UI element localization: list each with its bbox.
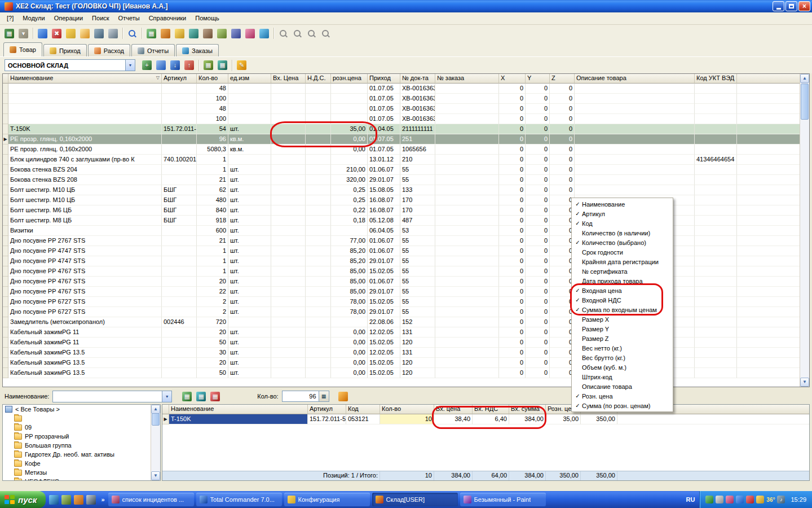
edit-record-button[interactable]: ✎ <box>235 58 249 72</box>
context-menu-item[interactable]: ✓Артикул <box>572 209 673 218</box>
column-header[interactable]: Наименование <box>169 405 308 414</box>
new-record-button[interactable]: + <box>140 58 154 72</box>
taskbar-window-button[interactable]: список инцидентов ... <box>108 493 194 506</box>
launch-browser-button[interactable] <box>48 493 59 506</box>
context-menu-item[interactable]: ✓Входная цена <box>572 286 673 295</box>
context-menu-item[interactable]: Размер Z <box>572 334 673 343</box>
context-menu-item[interactable]: Дата прихода товара <box>572 276 673 286</box>
globe-button[interactable] <box>257 27 271 41</box>
launch-mail-button[interactable] <box>60 493 72 506</box>
scroll-down-icon[interactable]: ▼ <box>800 378 809 387</box>
search-document-button[interactable] <box>276 27 290 41</box>
coins-button[interactable] <box>173 27 187 41</box>
tree-item[interactable]: < Все Товары > <box>3 405 160 414</box>
table-row[interactable]: Болт шестигр. М10 ЦББШГ480шт.0,2516.08.0… <box>3 195 809 205</box>
tree-item[interactable]: Гидротех Др. необ. мат. активы <box>3 450 160 459</box>
scrollbar-thumb[interactable] <box>801 84 809 120</box>
column-header[interactable]: X <box>499 74 526 84</box>
menu-item[interactable]: Помощь <box>191 12 224 24</box>
search-settings-button[interactable] <box>319 27 333 41</box>
chevron-down-icon[interactable] <box>125 60 135 71</box>
monitor-button[interactable] <box>92 27 106 41</box>
menu-item[interactable]: Операции <box>50 12 87 24</box>
scrollbar-thumb[interactable] <box>152 413 160 426</box>
column-header[interactable]: Вх. цена <box>434 405 473 414</box>
table-row[interactable]: 10001.07.05XB-0016363000 <box>3 114 809 124</box>
table-row[interactable]: Дно посувне PP 6727 STS2шт.78,0029.01.07… <box>3 307 809 317</box>
user-session-button[interactable] <box>36 27 50 41</box>
catalog-button[interactable] <box>158 27 173 41</box>
column-header[interactable]: розн.цена <box>331 74 368 84</box>
table-row[interactable]: ▶T-150K151.72.011-5A0531211038,406,40384… <box>162 414 809 424</box>
table-row[interactable]: Дно посувне PP 4747 STS1шт.85,2001.06.07… <box>3 246 809 256</box>
search-up-button[interactable] <box>304 27 319 41</box>
column-header[interactable]: Н.Д.С. <box>306 74 331 84</box>
import-record-button[interactable]: ↓ <box>168 58 182 72</box>
modules-grid-button[interactable]: ▦ <box>2 27 16 41</box>
tree-item[interactable] <box>3 414 160 423</box>
column-header[interactable]: Z <box>550 74 575 84</box>
column-header[interactable]: ед.изм <box>228 74 271 84</box>
table-row[interactable]: 4801.07.05XB-0016363000 <box>3 104 809 114</box>
table-row[interactable]: PE прозр. глянц. 0,160x20005080,3кв.м.0,… <box>3 144 809 155</box>
table-row[interactable]: Замедлитель (метоксипропанол)00244672022… <box>3 317 809 327</box>
table-row[interactable]: Бокова стенка BZS 2041шт.210,0001.06.075… <box>3 165 809 175</box>
table-row[interactable]: Дно посувне PP 4747 STS1шт.85,2029.01.07… <box>3 256 809 266</box>
table-row[interactable]: Болт шестигр. М6 ЦББШГ840шт.0,2216.08.07… <box>3 205 809 216</box>
table-row[interactable]: Кабельный зажимPG 13.550шт.0,0015.02.051… <box>3 368 809 378</box>
column-header[interactable]: Артикул <box>308 405 346 414</box>
calculator-icon[interactable]: ▦ <box>319 391 329 401</box>
tab-Отчеты[interactable]: Отчеты <box>131 44 175 56</box>
table-row[interactable]: Дно посувне PP 6727 STS2шт.78,0015.02.05… <box>3 297 809 307</box>
column-header[interactable]: Код <box>346 405 380 414</box>
remove-from-document-button[interactable]: ▦ <box>208 389 222 404</box>
tree-item[interactable]: Кофе <box>3 459 160 468</box>
scroll-down-icon[interactable]: ▼ <box>151 471 160 480</box>
context-menu-item[interactable]: № сертификата <box>572 266 673 276</box>
goods-table-button[interactable]: ▦ <box>144 27 158 41</box>
documents-button[interactable] <box>187 27 201 41</box>
key-search-button[interactable] <box>78 27 92 41</box>
grid-add-button[interactable]: ▦ <box>215 58 230 72</box>
tree-item[interactable]: Большая группа <box>3 441 160 450</box>
context-menu-item[interactable]: ✓Код <box>572 218 673 228</box>
start-button[interactable]: пуск <box>0 491 46 508</box>
quicklaunch-overflow-icon[interactable]: » <box>99 496 107 503</box>
main-table-scrollbar[interactable]: ▲ ▼ <box>800 74 809 387</box>
context-menu-item[interactable]: Размер X <box>572 314 673 324</box>
taskbar-window-button[interactable]: Конфигурация <box>284 493 370 506</box>
quantity-input[interactable]: 96 ▦ <box>282 391 329 402</box>
column-header[interactable]: Вх. сумма <box>509 405 546 414</box>
context-menu-item[interactable]: ✓Входной НДС <box>572 295 673 305</box>
minimize-button[interactable] <box>773 1 784 11</box>
column-header[interactable]: Код УКТ ВЭД <box>695 74 737 84</box>
language-indicator[interactable]: RU <box>681 496 699 503</box>
column-header[interactable]: Приход <box>368 74 400 84</box>
column-header[interactable]: Кол-во <box>197 74 228 84</box>
context-menu-item[interactable]: Вес брутто (кг.) <box>572 353 673 362</box>
chevron-down-icon[interactable] <box>162 391 171 402</box>
warehouse-select[interactable]: ОСНОВНОЙ СКЛАД <box>5 59 135 71</box>
bank-button[interactable] <box>201 27 215 41</box>
context-menu-item[interactable]: Крайняя дата регистрации <box>572 257 673 266</box>
context-menu-item[interactable]: Описание товара <box>572 382 673 391</box>
column-header[interactable]: Y <box>526 74 550 84</box>
table-row[interactable]: Кабельный зажимPG 13.530шт.0,0012.02.051… <box>3 348 809 358</box>
taskbar-window-button[interactable]: Total Commander 7.0... <box>196 493 282 506</box>
partners-button[interactable] <box>243 27 257 41</box>
menu-item[interactable]: Модули <box>18 12 49 24</box>
context-menu-item[interactable]: Объем (куб. м.) <box>572 362 673 372</box>
tab-Приход[interactable]: Приход <box>43 44 87 56</box>
cash-button[interactable] <box>215 27 229 41</box>
grid-view-button[interactable]: ▦ <box>201 58 215 72</box>
column-header[interactable]: Наименование▽ <box>8 74 162 84</box>
context-menu-item[interactable]: ✓Наименование <box>572 199 673 209</box>
menu-item[interactable]: Поиск <box>87 12 113 24</box>
show-desktop-button[interactable] <box>85 493 96 506</box>
table-row[interactable]: Кабельный зажимPG 1150шт.0,0015.02.05120… <box>3 338 809 348</box>
context-menu-item[interactable]: ✓Количество (выбрано) <box>572 238 673 247</box>
copy-record-button[interactable] <box>154 58 168 72</box>
column-header[interactable]: Артикул <box>162 74 197 84</box>
table-row[interactable]: Блок цилиндров 740 с заглушками (пр-во К… <box>3 155 809 165</box>
tray-messenger-icon[interactable] <box>726 496 734 503</box>
